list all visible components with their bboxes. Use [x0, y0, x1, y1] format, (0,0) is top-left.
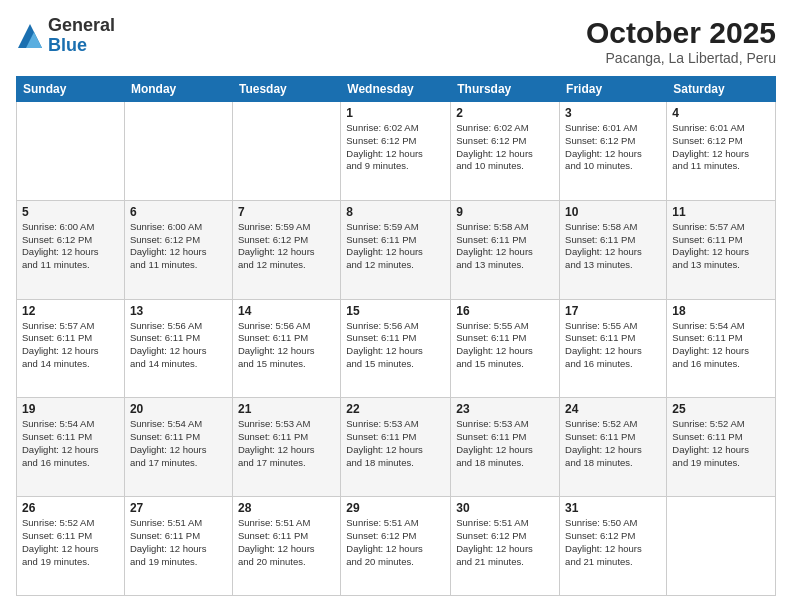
day-number: 1: [346, 106, 445, 120]
day-info: Sunrise: 5:52 AM Sunset: 6:11 PM Dayligh…: [565, 418, 661, 469]
day-number: 7: [238, 205, 335, 219]
calendar-week: 12Sunrise: 5:57 AM Sunset: 6:11 PM Dayli…: [17, 299, 776, 398]
day-info: Sunrise: 5:57 AM Sunset: 6:11 PM Dayligh…: [672, 221, 770, 272]
day-info: Sunrise: 5:58 AM Sunset: 6:11 PM Dayligh…: [565, 221, 661, 272]
day-number: 22: [346, 402, 445, 416]
day-number: 28: [238, 501, 335, 515]
calendar-body: 1Sunrise: 6:02 AM Sunset: 6:12 PM Daylig…: [17, 102, 776, 596]
day-info: Sunrise: 5:52 AM Sunset: 6:11 PM Dayligh…: [672, 418, 770, 469]
calendar-cell: 1Sunrise: 6:02 AM Sunset: 6:12 PM Daylig…: [341, 102, 451, 201]
calendar-cell: 11Sunrise: 5:57 AM Sunset: 6:11 PM Dayli…: [667, 200, 776, 299]
calendar-week: 1Sunrise: 6:02 AM Sunset: 6:12 PM Daylig…: [17, 102, 776, 201]
day-number: 6: [130, 205, 227, 219]
day-info: Sunrise: 5:56 AM Sunset: 6:11 PM Dayligh…: [346, 320, 445, 371]
weekday-header: Thursday: [451, 77, 560, 102]
day-number: 18: [672, 304, 770, 318]
logo-text: General Blue: [48, 16, 115, 56]
day-number: 14: [238, 304, 335, 318]
day-number: 15: [346, 304, 445, 318]
weekday-header: Sunday: [17, 77, 125, 102]
calendar-cell: 14Sunrise: 5:56 AM Sunset: 6:11 PM Dayli…: [232, 299, 340, 398]
calendar-week: 26Sunrise: 5:52 AM Sunset: 6:11 PM Dayli…: [17, 497, 776, 596]
day-info: Sunrise: 5:53 AM Sunset: 6:11 PM Dayligh…: [238, 418, 335, 469]
day-number: 19: [22, 402, 119, 416]
day-info: Sunrise: 6:02 AM Sunset: 6:12 PM Dayligh…: [346, 122, 445, 173]
day-info: Sunrise: 5:51 AM Sunset: 6:12 PM Dayligh…: [456, 517, 554, 568]
calendar-cell: 16Sunrise: 5:55 AM Sunset: 6:11 PM Dayli…: [451, 299, 560, 398]
day-number: 13: [130, 304, 227, 318]
day-info: Sunrise: 6:01 AM Sunset: 6:12 PM Dayligh…: [672, 122, 770, 173]
calendar-cell: 28Sunrise: 5:51 AM Sunset: 6:11 PM Dayli…: [232, 497, 340, 596]
calendar-cell: 17Sunrise: 5:55 AM Sunset: 6:11 PM Dayli…: [560, 299, 667, 398]
day-info: Sunrise: 5:53 AM Sunset: 6:11 PM Dayligh…: [456, 418, 554, 469]
day-info: Sunrise: 5:56 AM Sunset: 6:11 PM Dayligh…: [130, 320, 227, 371]
day-number: 5: [22, 205, 119, 219]
day-info: Sunrise: 5:54 AM Sunset: 6:11 PM Dayligh…: [130, 418, 227, 469]
calendar-week: 5Sunrise: 6:00 AM Sunset: 6:12 PM Daylig…: [17, 200, 776, 299]
calendar-header: SundayMondayTuesdayWednesdayThursdayFrid…: [17, 77, 776, 102]
day-info: Sunrise: 5:56 AM Sunset: 6:11 PM Dayligh…: [238, 320, 335, 371]
weekday-row: SundayMondayTuesdayWednesdayThursdayFrid…: [17, 77, 776, 102]
calendar: SundayMondayTuesdayWednesdayThursdayFrid…: [16, 76, 776, 596]
day-number: 2: [456, 106, 554, 120]
calendar-cell: [17, 102, 125, 201]
weekday-header: Tuesday: [232, 77, 340, 102]
title-section: October 2025 Pacanga, La Libertad, Peru: [586, 16, 776, 66]
calendar-cell: 3Sunrise: 6:01 AM Sunset: 6:12 PM Daylig…: [560, 102, 667, 201]
day-info: Sunrise: 5:54 AM Sunset: 6:11 PM Dayligh…: [672, 320, 770, 371]
day-info: Sunrise: 5:55 AM Sunset: 6:11 PM Dayligh…: [456, 320, 554, 371]
calendar-cell: 9Sunrise: 5:58 AM Sunset: 6:11 PM Daylig…: [451, 200, 560, 299]
calendar-cell: [124, 102, 232, 201]
calendar-cell: 23Sunrise: 5:53 AM Sunset: 6:11 PM Dayli…: [451, 398, 560, 497]
day-number: 29: [346, 501, 445, 515]
calendar-week: 19Sunrise: 5:54 AM Sunset: 6:11 PM Dayli…: [17, 398, 776, 497]
calendar-cell: 31Sunrise: 5:50 AM Sunset: 6:12 PM Dayli…: [560, 497, 667, 596]
day-number: 10: [565, 205, 661, 219]
day-number: 31: [565, 501, 661, 515]
calendar-cell: 8Sunrise: 5:59 AM Sunset: 6:11 PM Daylig…: [341, 200, 451, 299]
calendar-cell: 29Sunrise: 5:51 AM Sunset: 6:12 PM Dayli…: [341, 497, 451, 596]
calendar-cell: 27Sunrise: 5:51 AM Sunset: 6:11 PM Dayli…: [124, 497, 232, 596]
calendar-cell: 21Sunrise: 5:53 AM Sunset: 6:11 PM Dayli…: [232, 398, 340, 497]
day-number: 23: [456, 402, 554, 416]
day-info: Sunrise: 5:59 AM Sunset: 6:11 PM Dayligh…: [346, 221, 445, 272]
page: General Blue October 2025 Pacanga, La Li…: [0, 0, 792, 612]
day-number: 30: [456, 501, 554, 515]
calendar-cell: 26Sunrise: 5:52 AM Sunset: 6:11 PM Dayli…: [17, 497, 125, 596]
calendar-cell: 15Sunrise: 5:56 AM Sunset: 6:11 PM Dayli…: [341, 299, 451, 398]
header: General Blue October 2025 Pacanga, La Li…: [16, 16, 776, 66]
calendar-cell: 18Sunrise: 5:54 AM Sunset: 6:11 PM Dayli…: [667, 299, 776, 398]
day-number: 8: [346, 205, 445, 219]
calendar-cell: 6Sunrise: 6:00 AM Sunset: 6:12 PM Daylig…: [124, 200, 232, 299]
calendar-cell: 19Sunrise: 5:54 AM Sunset: 6:11 PM Dayli…: [17, 398, 125, 497]
day-info: Sunrise: 5:52 AM Sunset: 6:11 PM Dayligh…: [22, 517, 119, 568]
logo-general: General: [48, 16, 115, 36]
weekday-header: Monday: [124, 77, 232, 102]
weekday-header: Saturday: [667, 77, 776, 102]
calendar-cell: 7Sunrise: 5:59 AM Sunset: 6:12 PM Daylig…: [232, 200, 340, 299]
calendar-cell: 5Sunrise: 6:00 AM Sunset: 6:12 PM Daylig…: [17, 200, 125, 299]
day-info: Sunrise: 6:00 AM Sunset: 6:12 PM Dayligh…: [130, 221, 227, 272]
day-info: Sunrise: 6:00 AM Sunset: 6:12 PM Dayligh…: [22, 221, 119, 272]
month-title: October 2025: [586, 16, 776, 50]
day-info: Sunrise: 5:59 AM Sunset: 6:12 PM Dayligh…: [238, 221, 335, 272]
weekday-header: Friday: [560, 77, 667, 102]
calendar-cell: 22Sunrise: 5:53 AM Sunset: 6:11 PM Dayli…: [341, 398, 451, 497]
day-number: 3: [565, 106, 661, 120]
day-number: 26: [22, 501, 119, 515]
day-info: Sunrise: 5:50 AM Sunset: 6:12 PM Dayligh…: [565, 517, 661, 568]
logo-blue: Blue: [48, 36, 115, 56]
day-info: Sunrise: 5:57 AM Sunset: 6:11 PM Dayligh…: [22, 320, 119, 371]
day-number: 20: [130, 402, 227, 416]
location: Pacanga, La Libertad, Peru: [586, 50, 776, 66]
day-number: 12: [22, 304, 119, 318]
day-info: Sunrise: 6:01 AM Sunset: 6:12 PM Dayligh…: [565, 122, 661, 173]
day-number: 27: [130, 501, 227, 515]
logo: General Blue: [16, 16, 115, 56]
calendar-cell: 24Sunrise: 5:52 AM Sunset: 6:11 PM Dayli…: [560, 398, 667, 497]
day-info: Sunrise: 5:51 AM Sunset: 6:11 PM Dayligh…: [130, 517, 227, 568]
calendar-cell: 12Sunrise: 5:57 AM Sunset: 6:11 PM Dayli…: [17, 299, 125, 398]
calendar-cell: 10Sunrise: 5:58 AM Sunset: 6:11 PM Dayli…: [560, 200, 667, 299]
calendar-cell: 13Sunrise: 5:56 AM Sunset: 6:11 PM Dayli…: [124, 299, 232, 398]
day-info: Sunrise: 5:55 AM Sunset: 6:11 PM Dayligh…: [565, 320, 661, 371]
